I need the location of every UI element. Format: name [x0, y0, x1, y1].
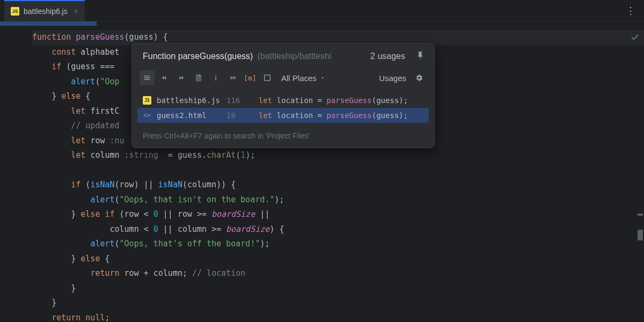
group-icon[interactable]	[225, 70, 240, 85]
info-icon[interactable]: i	[208, 70, 223, 85]
file-tab[interactable]: JS battleship6.js ×	[4, 0, 85, 21]
code-line[interactable]	[32, 163, 644, 178]
code-line[interactable]: } else if (row < 0 || row >= boardSize |…	[32, 207, 644, 222]
popup-title: Function parseGuess(guess)	[143, 52, 253, 61]
js-file-icon: JS	[11, 7, 19, 16]
svg-rect-2	[265, 75, 270, 81]
popup-file-path: (battleship/battleshi	[257, 52, 331, 61]
prev-occurrence-icon[interactable]	[157, 70, 172, 85]
settings-icon[interactable]	[412, 70, 427, 85]
scope-dropdown[interactable]: All Places	[277, 70, 330, 85]
code-line[interactable]: return null;	[32, 311, 644, 323]
result-line-number: 10	[226, 111, 243, 120]
result-snippet: let location = parseGuess(guess);	[259, 111, 408, 120]
code-line[interactable]: return row + column; // location	[32, 266, 644, 281]
usage-result-row[interactable]: JSbattleship6.js116let location = parseG…	[137, 93, 429, 108]
code-line[interactable]: } else {	[32, 252, 644, 267]
close-tab-icon[interactable]: ×	[74, 7, 78, 16]
code-line[interactable]: if (isNaN(row) || isNaN(column)) {	[32, 178, 644, 193]
tab-filename: battleship6.js	[24, 7, 68, 16]
js-file-icon: JS	[143, 96, 151, 105]
code-line[interactable]: let column :string = guess.charAt(1);	[32, 148, 644, 163]
tab-bar: JS battleship6.js × ⋮	[0, 0, 644, 21]
popup-header: Function parseGuess(guess) (battleship/b…	[132, 43, 434, 67]
regex-icon[interactable]: [m]	[243, 70, 258, 85]
tab-group: JS battleship6.js ×	[4, 0, 85, 21]
usages-count: 2 usages	[370, 52, 405, 61]
preview-icon[interactable]	[260, 70, 275, 85]
code-line[interactable]: }	[32, 281, 644, 296]
usages-link[interactable]: Usages	[379, 74, 406, 83]
html-file-icon: <>	[143, 111, 151, 120]
gutter-mark[interactable]	[638, 230, 643, 240]
code-line[interactable]: alert("Oops, that isn't on the board.");	[32, 193, 644, 208]
code-line[interactable]: }	[32, 296, 644, 311]
more-menu-icon[interactable]: ⋮	[626, 5, 635, 17]
popup-toolbar: i [m] All Places Usages	[132, 67, 434, 91]
gutter-mark[interactable]	[638, 214, 643, 216]
pin-icon[interactable]	[416, 51, 425, 62]
usages-result-list: JSbattleship6.js116let location = parseG…	[132, 91, 434, 127]
popup-footer-hint: Press Ctrl+Alt+F7 again to search in 'Pr…	[132, 127, 434, 148]
next-occurrence-icon[interactable]	[174, 70, 189, 85]
code-line[interactable]: column < 0 || column >= boardSize) {	[32, 222, 644, 237]
export-icon[interactable]	[191, 70, 206, 85]
filter-read-icon[interactable]	[140, 70, 155, 85]
result-filename: guess2.html	[157, 111, 221, 120]
result-filename: battleship6.js	[157, 96, 221, 105]
code-line[interactable]: alert("Oops, that's off the board!");	[32, 237, 644, 252]
find-usages-popup: Function parseGuess(guess) (battleship/b…	[131, 43, 435, 148]
right-gutter	[628, 26, 644, 322]
result-line-number: 116	[226, 96, 243, 105]
result-snippet: let location = parseGuess(guess);	[259, 96, 408, 105]
svg-point-0	[230, 76, 233, 79]
usage-result-row[interactable]: <>guess2.html10let location = parseGuess…	[137, 108, 429, 123]
svg-point-1	[233, 76, 236, 79]
